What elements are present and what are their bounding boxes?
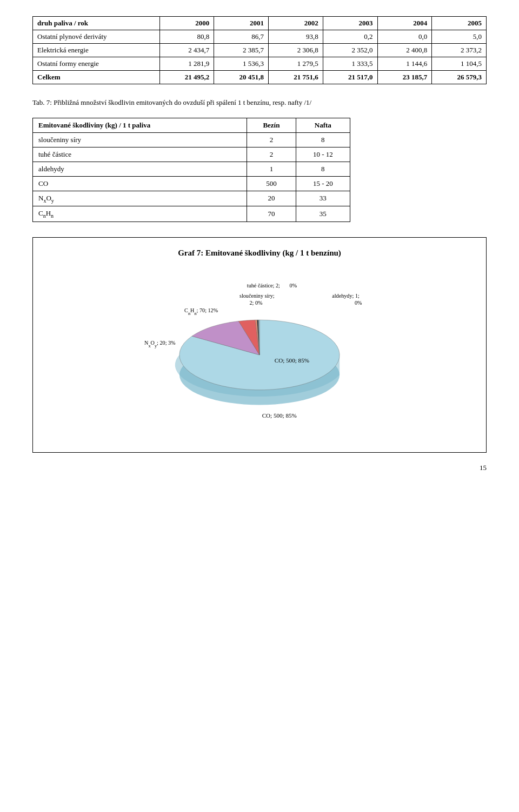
top-table-cell: 2 400,8	[377, 44, 432, 57]
emit-table-cell: 10 - 12	[296, 147, 350, 162]
top-table-cell: 26 579,3	[432, 71, 487, 84]
top-table-cell: 2 373,2	[432, 44, 487, 57]
emit-col1-header: Emitované škodliviny (kg) / 1 t paliva	[33, 118, 247, 132]
top-table-cell: 23 185,7	[377, 71, 432, 84]
slouceniny-label: sloučeniny síry;	[239, 292, 275, 298]
col-header-fuel: druh paliva / rok	[33, 17, 160, 30]
emit-col2-header: Bezín	[247, 118, 296, 132]
top-table-cell: Ostatní plynové deriváty	[33, 30, 160, 44]
top-table-cell: 21 495,2	[159, 71, 214, 84]
emit-col3-header: Nafta	[296, 118, 350, 132]
emit-table-cell: 35	[296, 206, 350, 222]
top-table-cell: 1 144,6	[377, 57, 432, 71]
emit-table-cell: aldehydy	[33, 162, 247, 176]
svg-text:2; 0%: 2; 0%	[249, 300, 263, 306]
emit-table-cell: 1	[247, 162, 296, 176]
top-table-cell: Ostatní formy energie	[33, 57, 160, 71]
top-table-cell: 0,0	[377, 30, 432, 44]
top-table-cell: 21 517,0	[323, 71, 377, 84]
emit-table-cell: 20	[247, 191, 296, 206]
top-table-cell: 2 306,8	[269, 44, 323, 57]
svg-text:0%: 0%	[355, 300, 362, 306]
top-table-cell: Celkem	[33, 71, 160, 84]
top-table-cell: 1 281,9	[159, 57, 214, 71]
top-table-cell: 20 451,8	[214, 71, 269, 84]
pie-chart-svg: CO; 500; 85% tuhé částice; 2; 0% aldehyd…	[124, 279, 395, 431]
svg-text:0%: 0%	[290, 283, 297, 288]
emit-table-cell: 2	[247, 132, 296, 147]
table-caption: Tab. 7: Přibližná množství škodlivin emi…	[32, 97, 487, 108]
top-table-cell: 1 104,5	[432, 57, 487, 71]
top-table-cell: 2 385,7	[214, 44, 269, 57]
co-label: CO; 500; 85%	[275, 357, 309, 364]
top-table-cell: Elektrická energie	[33, 44, 160, 57]
top-table: druh paliva / rok 2000 2001 2002 2003 20…	[32, 16, 487, 84]
co-bottom-label: CO; 500; 85%	[262, 412, 297, 418]
emit-table-cell: 500	[247, 176, 296, 191]
col-header-2004: 2004	[377, 17, 432, 30]
top-table-cell: 5,0	[432, 30, 487, 44]
col-header-2003: 2003	[323, 17, 377, 30]
pie-area: CO; 500; 85% tuhé částice; 2; 0% aldehyd…	[44, 274, 475, 436]
top-table-cell: 0,2	[323, 30, 377, 44]
col-header-2002: 2002	[269, 17, 323, 30]
top-table-cell: 80,8	[159, 30, 214, 44]
emit-table: Emitované škodliviny (kg) / 1 t paliva B…	[32, 118, 350, 222]
top-table-cell: 2 352,0	[323, 44, 377, 57]
emit-table-cell: 70	[247, 206, 296, 222]
top-table-cell: 93,8	[269, 30, 323, 44]
col-header-2001: 2001	[214, 17, 269, 30]
nxoy-label: NxOy; 20; 3%	[144, 340, 176, 348]
emit-table-cell: 2	[247, 147, 296, 162]
cnhn-label: CnHn; 70; 12%	[184, 307, 218, 316]
emit-table-cell: NxOy	[33, 191, 247, 206]
tuhe-label: tuhé částice; 2;	[247, 283, 280, 288]
emit-table-cell: 33	[296, 191, 350, 206]
top-table-cell: 21 751,6	[269, 71, 323, 84]
top-table-cell: 86,7	[214, 30, 269, 44]
col-header-2005: 2005	[432, 17, 487, 30]
emit-table-cell: CO	[33, 176, 247, 191]
emit-table-cell: 8	[296, 162, 350, 176]
emit-table-cell: tuhé částice	[33, 147, 247, 162]
page-number: 15	[32, 464, 487, 472]
top-table-cell: 1 333,5	[323, 57, 377, 71]
emit-table-cell: 8	[296, 132, 350, 147]
top-table-cell: 2 434,7	[159, 44, 214, 57]
emit-table-cell: sloučeniny síry	[33, 132, 247, 147]
emit-table-cell: 15 - 20	[296, 176, 350, 191]
emit-table-cell: CnHn	[33, 206, 247, 222]
aldehydy-label: aldehydy; 1;	[332, 292, 360, 298]
graf-title: Graf 7: Emitované škodliviny (kg / 1 t b…	[44, 249, 475, 258]
top-table-cell: 1 279,5	[269, 57, 323, 71]
col-header-2000: 2000	[159, 17, 214, 30]
graf-box: Graf 7: Emitované škodliviny (kg / 1 t b…	[32, 237, 487, 453]
top-table-cell: 1 536,3	[214, 57, 269, 71]
